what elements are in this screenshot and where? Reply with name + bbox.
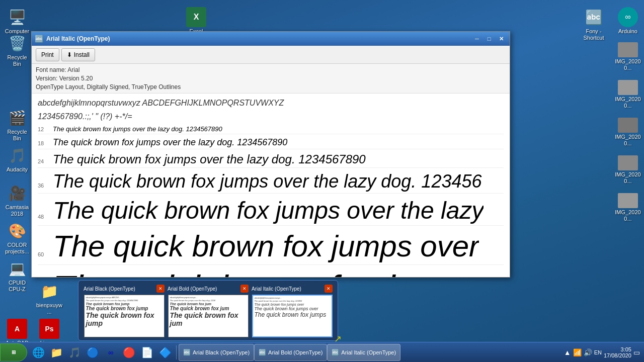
- desktop-icon-bienpxuyw[interactable]: 📁 bienpxuyw...: [34, 279, 64, 317]
- font-chars-line1: abcdefghijklmnopqrstuvwxyz ABCDEFGHIJKLM…: [38, 98, 504, 109]
- desktop-icon-vlc[interactable]: 🎬 Recycle Bin: [2, 106, 32, 144]
- desktop-icon-audacity[interactable]: 🎵 Audacity: [2, 143, 32, 175]
- taskbar-explorer-icon[interactable]: 📁: [47, 343, 65, 361]
- preview-arial-black-title: Arial Black (OpenType): [84, 286, 156, 292]
- taskbar-music-icon[interactable]: 🎵: [65, 343, 84, 361]
- taskbar-app5-icon[interactable]: 🔴: [120, 343, 138, 361]
- taskbar-tray: ▲ 📶 🔊 EN 3:05 17/08/2020 ▭: [560, 346, 644, 358]
- preview-arial-italic-image[interactable]: abcdefghijklmnopqrstuvwxyz... The quick …: [252, 295, 333, 337]
- taskbar: ⊞ 🌐 📁 🎵 🔵 ∞ 🔴 📄 🔷 🔤 Arial Black (OpenTyp…: [0, 342, 644, 362]
- font-preview-window: 🔤 Arial Italic (OpenType) ─ □ ✕ Print ⬇ …: [31, 31, 510, 278]
- restore-button[interactable]: □: [484, 34, 495, 44]
- font-chars-line2: 1234567890.:;,' " (!?) +-*/=: [38, 111, 504, 122]
- font-version-line: Version: Version 5.20: [36, 74, 506, 83]
- preview-arial-bold-close[interactable]: ✕: [240, 285, 249, 293]
- preview-arial-italic: Arial Italic (OpenType) ✕ abcdefghijklmn…: [251, 285, 334, 337]
- preview-row-24: 24 The quick brown fox jumps over the la…: [38, 151, 504, 168]
- tray-arrow-icon[interactable]: ▲: [564, 348, 571, 356]
- preview-arial-bold-title: Arial Bold (OpenType): [168, 286, 240, 292]
- taskbar-ie-icon[interactable]: 🌐: [29, 343, 47, 361]
- desktop-icon-img4[interactable]: IMG_20200...: [613, 153, 643, 187]
- window-title: Arial Italic (OpenType): [46, 35, 471, 42]
- preview-arial-black: Arial Black (OpenType) ✕ abcdefghijklmno…: [83, 285, 166, 337]
- task-icon-arial-black: 🔤: [183, 349, 191, 356]
- desktop-icon-img2[interactable]: IMG_20200...: [613, 78, 643, 111]
- desktop-icon-camtasia[interactable]: 🎥 Camtasia 2018: [2, 181, 32, 219]
- taskbar-task-arial-bold[interactable]: 🔤 Arial Bold (OpenType): [254, 344, 327, 361]
- desktop-icon-recycle-bin[interactable]: 🗑️ Recycle Bin: [2, 31, 32, 69]
- taskbar-previews: Arial Black (OpenType) ✕ abcdefghijklmno…: [78, 280, 338, 341]
- tray-clock[interactable]: 3:05 17/08/2020: [604, 346, 631, 358]
- font-window-icon: 🔤: [35, 35, 43, 43]
- taskbar-task-arial-black[interactable]: 🔤 Arial Black (OpenType): [179, 344, 254, 361]
- preview-row-60: 60 The quick brown fox jumps over: [38, 228, 504, 265]
- task-icon-arial-italic: 🔤: [332, 349, 339, 356]
- preview-row-72: 72 The quick brown fox jumps: [38, 267, 504, 277]
- desktop-icon-img3[interactable]: IMG_20200...: [613, 116, 643, 149]
- minimize-button[interactable]: ─: [471, 34, 482, 44]
- task-label-arial-bold: Arial Bold (OpenType): [268, 349, 323, 355]
- preview-row-36: 36 The quick brown fox jumps over the la…: [38, 170, 504, 194]
- taskbar-divider: [176, 345, 177, 359]
- desktop-icon-img1[interactable]: IMG_20200...: [613, 40, 643, 73]
- font-preview-area[interactable]: abcdefghijklmnopqrstuvwxyz ABCDEFGHIJKLM…: [32, 94, 510, 277]
- tray-time: 3:05: [604, 346, 631, 352]
- preview-arial-black-close[interactable]: ✕: [156, 285, 165, 293]
- close-button[interactable]: ✕: [496, 34, 507, 44]
- preview-arial-bold-image[interactable]: abcdefghijklmnopqrstuvwxyz... The quick …: [168, 295, 249, 337]
- window-toolbar: Print ⬇ Install: [32, 46, 510, 64]
- task-label-arial-italic: Arial Italic (OpenType): [341, 349, 396, 355]
- preview-row-12: 12 The quick brown fox jumps over the la…: [38, 124, 504, 134]
- taskbar-word-icon[interactable]: 📄: [138, 343, 156, 361]
- taskbar-arduino-icon[interactable]: ∞: [102, 343, 120, 361]
- preview-arial-italic-close[interactable]: ✕: [325, 285, 333, 293]
- desktop: 🖥️ Computer 🗑️ Recycle Bin Ps Adobe Phot…: [0, 0, 644, 362]
- install-icon: ⬇: [67, 51, 72, 58]
- desktop-icon-cpuid[interactable]: 💻 CPUID CPU-Z: [2, 256, 32, 295]
- tray-date: 17/08/2020: [604, 352, 631, 358]
- preview-arial-black-image[interactable]: abcdefghijklmnopqrstuvwxyz ABCDE... The …: [84, 295, 165, 337]
- font-type-line: OpenType Layout, Digitally Signed, TrueT…: [36, 83, 506, 92]
- desktop-icon-img5[interactable]: IMG_20200...: [613, 191, 643, 224]
- taskbar-task-arial-italic[interactable]: 🔤 Arial Italic (OpenType): [327, 344, 400, 361]
- install-button[interactable]: ⬇ Install: [61, 48, 95, 61]
- preview-row-18: 18 The quick brown fox jumps over the la…: [38, 136, 504, 149]
- cursor-position: ↗: [334, 333, 342, 344]
- font-name-line: Font name: Arial: [36, 66, 506, 74]
- start-button[interactable]: ⊞: [0, 343, 27, 361]
- print-button[interactable]: Print: [36, 48, 59, 61]
- tray-volume-icon[interactable]: 🔊: [584, 348, 592, 356]
- window-controls: ─ □ ✕: [471, 34, 507, 44]
- font-info: Font name: Arial Version: Version 5.20 O…: [32, 64, 510, 94]
- desktop-icon-fony[interactable]: 🔤 Fony - Shortcut: [579, 5, 609, 43]
- tray-show-desktop-icon[interactable]: ▭: [633, 348, 640, 356]
- taskbar-chrome-icon[interactable]: 🔵: [84, 343, 102, 361]
- task-label-arial-black: Arial Black (OpenType): [193, 349, 250, 355]
- tray-lang[interactable]: EN: [594, 349, 602, 355]
- desktop-icon-color-projects[interactable]: 🎨 COLOR projects...: [2, 219, 32, 257]
- window-titlebar[interactable]: 🔤 Arial Italic (OpenType) ─ □ ✕: [32, 32, 510, 46]
- preview-row-48: 48 The quick brown fox jumps over the la…: [38, 196, 504, 226]
- tray-network-icon[interactable]: 📶: [573, 348, 582, 356]
- taskbar-app7-icon[interactable]: 🔷: [156, 343, 174, 361]
- task-icon-arial-bold: 🔤: [259, 349, 266, 356]
- preview-arial-bold: Arial Bold (OpenType) ✕ abcdefghijklmnop…: [167, 285, 250, 337]
- preview-arial-italic-title: Arial Italic (OpenType): [252, 286, 325, 292]
- desktop-icon-arduino[interactable]: ∞ Arduino: [613, 5, 643, 37]
